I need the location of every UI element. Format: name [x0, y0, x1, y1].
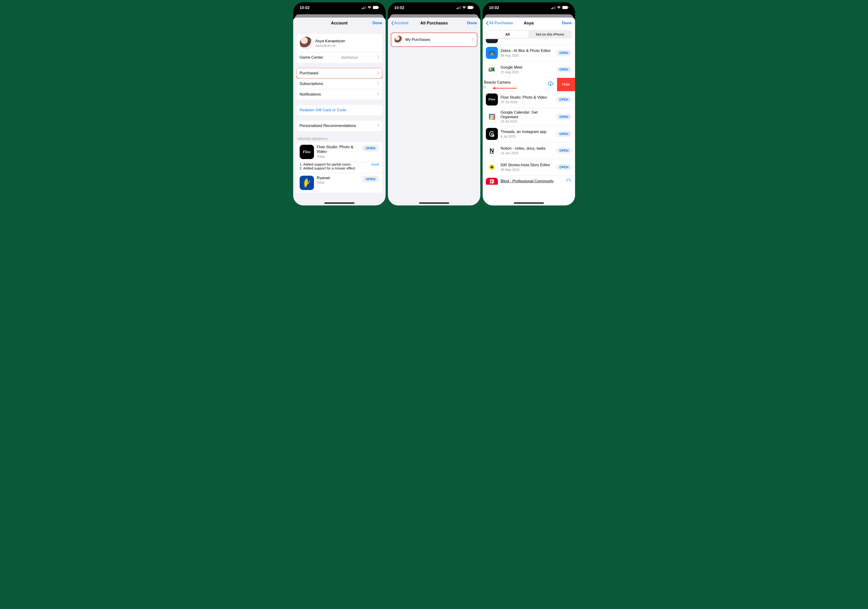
svg-rect-6: [457, 8, 457, 9]
list-sheet: All Purchases Asya Done All Not on this …: [483, 17, 575, 206]
svg-rect-28: [490, 179, 491, 184]
app-name: 500 Stories:Insta Story Editor: [501, 163, 556, 167]
subscriptions-row[interactable]: Subscriptions: [296, 79, 382, 89]
subscriptions-label: Subscriptions: [300, 82, 323, 86]
seg-not-on-phone[interactable]: Not on this iPhone: [529, 31, 571, 38]
done-button[interactable]: Done: [467, 21, 477, 25]
purchase-list[interactable]: Zebra - AI Blur & Photo Editor 26 Aug 20…: [483, 39, 575, 206]
chevron-right-icon: [377, 71, 379, 75]
note-line-2: 2. Added support for a mosaic effect.: [300, 166, 379, 170]
redeem-row[interactable]: Redeem Gift Card or Code: [296, 105, 382, 116]
account-content[interactable]: Asya Karapetyan starka@ukr.net Game Cent…: [293, 29, 386, 206]
open-button[interactable]: OPEN: [556, 66, 572, 73]
nav-title: Account: [293, 21, 386, 26]
back-button[interactable]: Account: [391, 21, 408, 25]
app-row-persona-wrap: Persona: Beauty Camera 16 Aug 2023 Hide: [483, 78, 575, 91]
app-row-ryanair[interactable]: Ryanair Today OPEN: [296, 173, 382, 193]
back-label: Account: [394, 21, 408, 25]
updated-header: Updated Recently: [298, 137, 381, 141]
svg-rect-14: [553, 7, 554, 9]
app-name: Ryanair: [317, 176, 362, 180]
my-purchases-group: My Purchases: [391, 33, 477, 46]
nav-header: Account All Purchases Done: [388, 17, 480, 29]
notifications-row[interactable]: Notifications: [296, 89, 382, 100]
home-indicator[interactable]: [419, 202, 449, 204]
purchased-row[interactable]: Purchased: [296, 68, 382, 79]
svg-rect-2: [364, 7, 365, 9]
open-button[interactable]: OPEN: [362, 176, 379, 182]
my-purchases-row[interactable]: My Purchases: [391, 33, 477, 46]
open-button[interactable]: OPEN: [556, 114, 572, 120]
segmented-control[interactable]: All Not on this iPhone: [486, 30, 572, 39]
redeem-group: Redeem Gift Card or Code: [296, 105, 382, 116]
purchases-content[interactable]: My Purchases: [388, 29, 480, 206]
back-label: All Purchases: [489, 21, 513, 25]
app-row-flow[interactable]: Flow Flow Studio: Photo & Video 25 Jul 2…: [483, 91, 575, 108]
app-name: Blind - Professional Community: [501, 179, 565, 184]
app-date: 26 Aug 2023: [501, 54, 556, 57]
home-indicator[interactable]: [324, 202, 354, 204]
app-icon-gcal: 31: [486, 111, 498, 123]
done-button[interactable]: Done: [562, 21, 572, 25]
app-row-persona[interactable]: Persona: Beauty Camera 16 Aug 2023 Hide: [483, 78, 557, 91]
battery-icon: [468, 6, 474, 10]
profile-group: Asya Karapetyan starka@ukr.net Game Cent…: [296, 34, 382, 63]
avatar: [300, 37, 313, 49]
status-icons: [362, 6, 379, 10]
more-link[interactable]: more: [371, 162, 379, 166]
home-indicator[interactable]: [514, 202, 544, 204]
app-name: Flow Studio: Photo & Video: [317, 145, 362, 154]
app-row-gcal[interactable]: 31 Google Calendar: Get Organised 23 Jul…: [483, 108, 575, 126]
note-line-1: 1. Added support for partial zoom.: [300, 162, 379, 166]
app-row-blind[interactable]: Blind - Professional Community: [483, 175, 575, 185]
app-date: 25 Jul 2023: [501, 100, 556, 104]
open-button[interactable]: OPEN: [556, 96, 572, 102]
svg-rect-12: [551, 8, 552, 9]
chevron-right-icon: [377, 56, 379, 60]
seg-all[interactable]: All: [487, 31, 529, 38]
phone-purchase-list: 10:02 All Purchases Asya Done All Not on…: [483, 2, 575, 206]
download-cloud-icon[interactable]: [565, 178, 572, 184]
app-date: 16 Aug 2023: [483, 85, 547, 89]
open-button[interactable]: OPEN: [362, 145, 379, 151]
app-row-partial[interactable]: [483, 39, 575, 45]
app-row-flow[interactable]: Flow Flow Studio: Photo & Video Today OP…: [296, 142, 382, 162]
signal-icon: [551, 6, 555, 10]
release-notes: more 1. Added support for partial zoom. …: [296, 162, 382, 173]
status-time: 10:02: [394, 6, 404, 10]
personalised-row[interactable]: Personalised Recommendations: [296, 121, 382, 131]
done-button[interactable]: Done: [372, 21, 382, 25]
app-row-threads[interactable]: Threads, an Instagram app 6 Jul 2023 OPE…: [483, 125, 575, 142]
personalised-group: Personalised Recommendations: [296, 121, 382, 131]
wifi-icon: [367, 6, 372, 10]
svg-rect-1: [363, 8, 364, 9]
app-icon-flow: Flow: [300, 145, 314, 159]
download-cloud-icon[interactable]: [547, 81, 554, 88]
profile-row[interactable]: Asya Karapetyan starka@ukr.net: [296, 34, 382, 52]
svg-rect-11: [473, 7, 474, 8]
back-button[interactable]: All Purchases: [486, 21, 513, 25]
app-date: 22 Aug 2023: [501, 70, 556, 74]
svg-rect-23: [493, 114, 495, 120]
app-icon: [486, 39, 498, 43]
app-row-notion[interactable]: N Notion - notes, docs, tasks 14 Jun 202…: [483, 142, 575, 159]
hide-button[interactable]: Hide: [557, 78, 575, 91]
svg-rect-8: [459, 7, 460, 9]
app-name: Zebra - AI Blur & Photo Editor: [501, 48, 556, 53]
app-name: Persona: Beauty Camera: [483, 80, 547, 85]
wifi-icon: [462, 6, 466, 10]
open-button[interactable]: OPEN: [556, 131, 572, 137]
app-row-meet[interactable]: Google Meet 22 Aug 2023 OPEN: [483, 61, 575, 78]
purchases-sheet: Account All Purchases Done My Purchases: [388, 17, 480, 206]
open-button[interactable]: OPEN: [556, 147, 572, 153]
nav-header: All Purchases Asya Done: [483, 17, 575, 29]
app-row-stories[interactable]: 500 Stories:Insta Story Editor 26 May 20…: [483, 159, 575, 175]
app-row-zebra[interactable]: Zebra - AI Blur & Photo Editor 26 Aug 20…: [483, 45, 575, 61]
signal-icon: [457, 6, 461, 10]
app-icon-flow: Flow: [486, 93, 498, 105]
svg-rect-7: [458, 8, 458, 9]
gamecenter-row[interactable]: Game Center starkasya: [296, 52, 382, 63]
open-button[interactable]: OPEN: [556, 50, 572, 56]
open-button[interactable]: OPEN: [556, 164, 572, 170]
app-date: Today: [317, 181, 362, 184]
